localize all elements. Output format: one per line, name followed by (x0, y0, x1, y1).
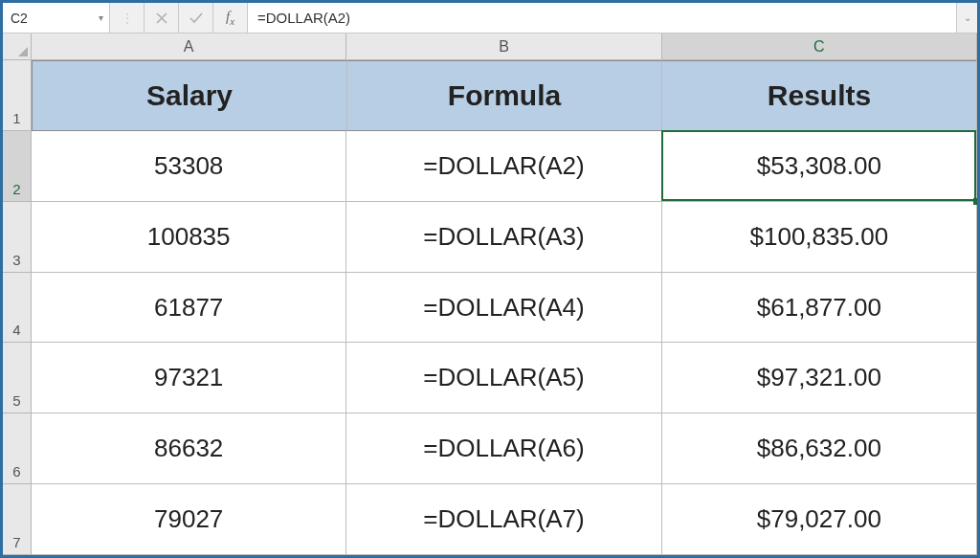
cell-A1[interactable]: Salary (32, 60, 347, 131)
cell-B6[interactable]: =DOLLAR(A6) (346, 413, 661, 484)
cell-grid: Salary Formula Results 53308 =DOLLAR(A2)… (32, 60, 977, 555)
cancel-button[interactable] (145, 3, 179, 33)
row-header-3[interactable]: 3 (3, 202, 31, 273)
cell-C3[interactable]: $100,835.00 (662, 202, 977, 273)
table-row: 61877 =DOLLAR(A4) $61,877.00 (32, 273, 977, 344)
formula-bar-expand-button[interactable]: ⌄ (956, 3, 977, 33)
cell-B4[interactable]: =DOLLAR(A4) (346, 273, 661, 344)
cell-C5[interactable]: $97,321.00 (662, 343, 977, 413)
name-box-value: C2 (3, 11, 92, 26)
table-row: 86632 =DOLLAR(A6) $86,632.00 (32, 413, 977, 484)
table-row: 97321 =DOLLAR(A5) $97,321.00 (32, 343, 977, 413)
table-row: 53308 =DOLLAR(A2) $53,308.00 (32, 131, 977, 202)
cell-B1[interactable]: Formula (347, 60, 662, 131)
cell-C2[interactable]: $53,308.00 (662, 131, 977, 202)
name-box-dropdown-icon[interactable]: ▾ (92, 12, 109, 23)
app-frame: C2 ▾ ⋮ fx =DOLLAR(A2) ⌄ A B C 1 (0, 0, 980, 558)
cell-C6[interactable]: $86,632.00 (662, 413, 977, 484)
select-all-corner[interactable] (3, 33, 32, 59)
table-row: 79027 =DOLLAR(A7) $79,027.00 (32, 484, 977, 555)
cell-A5[interactable]: 97321 (32, 343, 346, 413)
cell-C1[interactable]: Results (662, 60, 977, 131)
cell-A7[interactable]: 79027 (32, 484, 346, 555)
row-header-6[interactable]: 6 (3, 413, 31, 484)
cell-B2[interactable]: =DOLLAR(A2) (346, 131, 661, 202)
row-header-4[interactable]: 4 (3, 273, 31, 344)
fx-icon: fx (226, 9, 234, 27)
name-box[interactable]: C2 ▾ (3, 3, 110, 33)
table-header-row: Salary Formula Results (32, 60, 977, 131)
column-header-C[interactable]: C (662, 33, 977, 59)
row-header-7[interactable]: 7 (3, 484, 31, 555)
cell-B3[interactable]: =DOLLAR(A3) (346, 202, 661, 273)
column-header-B[interactable]: B (346, 33, 661, 59)
formula-input[interactable]: =DOLLAR(A2) (248, 3, 956, 33)
column-headers: A B C (3, 33, 977, 60)
cell-B5[interactable]: =DOLLAR(A5) (346, 343, 661, 413)
cell-C4[interactable]: $61,877.00 (662, 273, 977, 344)
row-header-5[interactable]: 5 (3, 343, 31, 413)
cell-A6[interactable]: 86632 (32, 413, 346, 484)
cell-A3[interactable]: 100835 (32, 202, 346, 273)
cell-A2[interactable]: 53308 (32, 131, 346, 202)
formula-text: =DOLLAR(A2) (257, 10, 350, 26)
chevron-down-icon: ⌄ (964, 12, 971, 23)
cell-B7[interactable]: =DOLLAR(A7) (346, 484, 661, 555)
grid-body: 1 2 3 4 5 6 7 Salary Formula Results 533… (3, 60, 977, 555)
check-icon (189, 12, 203, 24)
row-header-1[interactable]: 1 (3, 60, 31, 131)
worksheet: A B C 1 2 3 4 5 6 7 Salary Formula Resul… (3, 33, 977, 555)
cell-C7[interactable]: $79,027.00 (662, 484, 977, 555)
formula-bar-divider: ⋮ (110, 3, 145, 33)
row-header-2[interactable]: 2 (3, 131, 31, 202)
row-headers: 1 2 3 4 5 6 7 (3, 60, 32, 555)
x-icon (156, 12, 167, 24)
column-header-A[interactable]: A (32, 33, 346, 59)
table-row: 100835 =DOLLAR(A3) $100,835.00 (32, 202, 977, 273)
enter-button[interactable] (179, 3, 213, 33)
formula-bar: C2 ▾ ⋮ fx =DOLLAR(A2) ⌄ (3, 3, 977, 33)
cell-A4[interactable]: 61877 (32, 273, 346, 344)
insert-function-button[interactable]: fx (213, 3, 248, 33)
